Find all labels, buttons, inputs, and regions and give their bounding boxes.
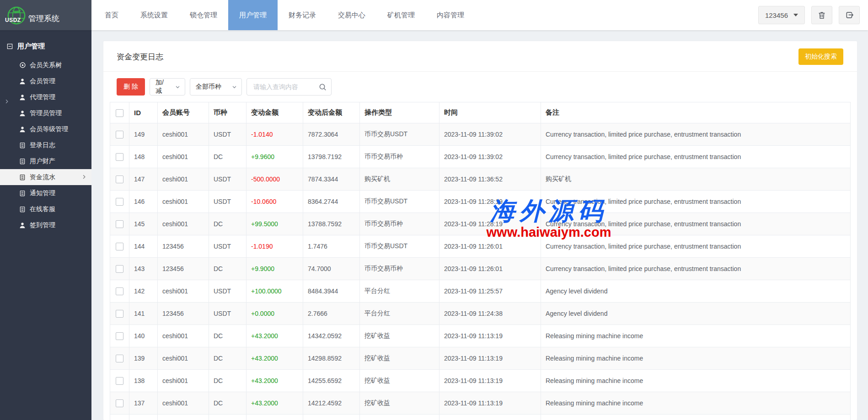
cell-account: ceshi001 — [158, 213, 209, 235]
select-all-checkbox[interactable] — [116, 109, 123, 117]
row-checkbox[interactable] — [116, 220, 123, 228]
cell-remark: Currency transaction, limited price purc… — [541, 191, 851, 213]
cell-account: ceshi001 — [158, 123, 209, 146]
row-checkbox[interactable] — [116, 355, 123, 362]
row-checkbox[interactable] — [116, 287, 123, 295]
row-checkbox[interactable] — [116, 198, 123, 206]
delete-button[interactable]: 删 除 — [117, 78, 145, 96]
nav-tab[interactable]: 交易中心 — [327, 0, 376, 30]
cell-operation-type: 挖矿收益 — [360, 370, 439, 392]
cell-operation-type: 币币交易币种 — [360, 146, 439, 168]
sidebar-item[interactable]: 会员管理 — [0, 73, 91, 89]
currency-select-value: 全部币种 — [196, 83, 221, 91]
cell-time: 2023-11-09 11:13:19 — [439, 325, 541, 347]
logout-button[interactable] — [839, 6, 860, 24]
table-row: 136ceshi001DC+43.200014169.2592挖矿收益2023-… — [110, 415, 851, 420]
cell-id: 140 — [129, 325, 158, 347]
cell-remark: Releasing mining machine income — [541, 325, 851, 347]
search-box — [246, 78, 332, 96]
row-checkbox[interactable] — [116, 377, 123, 385]
user-icon — [19, 110, 26, 117]
cell-time: 2023-11-09 11:25:57 — [439, 280, 541, 303]
cell-time: 2023-11-09 11:13:19 — [439, 392, 541, 415]
column-header: 操作类型 — [360, 102, 439, 123]
nav-tab[interactable]: 首页 — [94, 0, 129, 30]
panel-header: 资金变更日志 初始化搜索 — [103, 41, 857, 72]
sidebar-item[interactable]: 登录日志 — [0, 137, 91, 153]
row-checkbox[interactable] — [116, 153, 123, 161]
sidebar-item-label: 通知管理 — [30, 189, 55, 197]
sidebar-section-header[interactable]: 用户管理 — [0, 30, 91, 57]
sidebar-item-label: 会员管理 — [30, 77, 55, 85]
table-row: 142ceshi001USDT+100.00008484.3944平台分红202… — [110, 280, 851, 303]
row-checkbox[interactable] — [116, 175, 123, 183]
user-icon — [19, 78, 26, 85]
sidebar-item[interactable]: 通知管理 — [0, 185, 91, 201]
sidebar-item[interactable]: 资金流水 — [0, 169, 91, 185]
cell-change-amount: +99.5000 — [246, 213, 303, 235]
cell-id: 141 — [129, 303, 158, 325]
trash-icon — [818, 11, 826, 19]
cell-after-amount: 2.7666 — [303, 303, 360, 325]
cell-remark: Currency transaction, limited price purc… — [541, 213, 851, 235]
search-input[interactable] — [252, 83, 316, 91]
content-panel: 资金变更日志 初始化搜索 删 除 加/减 全部币种 — [103, 41, 857, 420]
sidebar-item[interactable]: 签到管理 — [0, 217, 91, 233]
cell-after-amount: 14342.0592 — [303, 325, 360, 347]
sidebar-item[interactable]: 会员关系树 — [0, 57, 91, 73]
currency-select[interactable]: 全部币种 — [190, 78, 242, 96]
app-logo: USDZ 管理系统 — [0, 0, 91, 30]
row-checkbox[interactable] — [116, 310, 123, 318]
sidebar-item[interactable]: 管理员管理 — [0, 105, 91, 121]
sidebar-item[interactable]: 用户财产 — [0, 153, 91, 169]
cell-time: 2023-11-09 11:13:19 — [439, 370, 541, 392]
user-dropdown[interactable]: 123456 — [758, 6, 805, 24]
logo-title: 管理系统 — [28, 13, 59, 24]
main-content: 资金变更日志 初始化搜索 删 除 加/减 全部币种 — [91, 30, 868, 420]
cell-currency: DC — [209, 415, 246, 420]
cell-remark: Agency level dividend — [541, 280, 851, 303]
nav-tab[interactable]: 矿机管理 — [376, 0, 426, 30]
user-icon — [19, 94, 26, 101]
cell-currency: DC — [209, 392, 246, 415]
sidebar-collapse-chevron[interactable] — [4, 99, 10, 104]
cell-change-amount: +100.0000 — [246, 280, 303, 303]
sidebar-item[interactable]: 会员等级管理 — [0, 121, 91, 137]
row-checkbox[interactable] — [116, 399, 123, 407]
globe-logo-icon: USDZ — [5, 4, 27, 26]
nav-tab[interactable]: 用户管理 — [228, 0, 278, 30]
cell-currency: USDT — [209, 280, 246, 303]
nav-tab[interactable]: 系统设置 — [129, 0, 179, 30]
cell-remark: Currency transaction, limited price purc… — [541, 258, 851, 280]
cell-after-amount: 8364.2744 — [303, 191, 360, 213]
top-nav: 首页系统设置锁仓管理用户管理财务记录交易中心矿机管理内容管理 — [94, 0, 475, 30]
cell-after-amount: 13788.7592 — [303, 213, 360, 235]
row-checkbox[interactable] — [116, 332, 123, 340]
cell-currency: DC — [209, 370, 246, 392]
nav-tab[interactable]: 财务记录 — [278, 0, 327, 30]
row-checkbox[interactable] — [116, 131, 123, 138]
cell-change-amount: +43.2000 — [246, 392, 303, 415]
cell-account: ceshi001 — [158, 146, 209, 168]
sidebar-item[interactable]: 代理管理 — [0, 89, 91, 105]
cell-id: 139 — [129, 347, 158, 370]
init-search-button[interactable]: 初始化搜索 — [798, 48, 843, 65]
search-icon[interactable] — [319, 83, 327, 91]
cell-change-amount: +43.2000 — [246, 325, 303, 347]
nav-tab[interactable]: 锁仓管理 — [179, 0, 228, 30]
nav-tab[interactable]: 内容管理 — [426, 0, 475, 30]
table-body: 149ceshi001USDT-1.01407872.3064币币交易USDT2… — [110, 123, 851, 420]
document-icon — [19, 174, 26, 181]
plus-minus-select[interactable]: 加/减 — [150, 78, 185, 96]
sidebar-item[interactable]: 在线客服 — [0, 201, 91, 217]
row-checkbox[interactable] — [116, 243, 123, 250]
cell-remark: Currency transaction, limited price purc… — [541, 123, 851, 146]
table-row: 137ceshi001DC+43.200014212.4592挖矿收益2023-… — [110, 392, 851, 415]
row-checkbox[interactable] — [116, 265, 123, 273]
trash-button[interactable] — [811, 6, 832, 24]
cell-account: ceshi001 — [158, 370, 209, 392]
toolbar: 删 除 加/减 全部币种 — [103, 72, 857, 101]
cell-operation-type: 购买矿机 — [360, 168, 439, 191]
cell-currency: USDT — [209, 235, 246, 258]
chevron-down-icon — [232, 85, 237, 90]
